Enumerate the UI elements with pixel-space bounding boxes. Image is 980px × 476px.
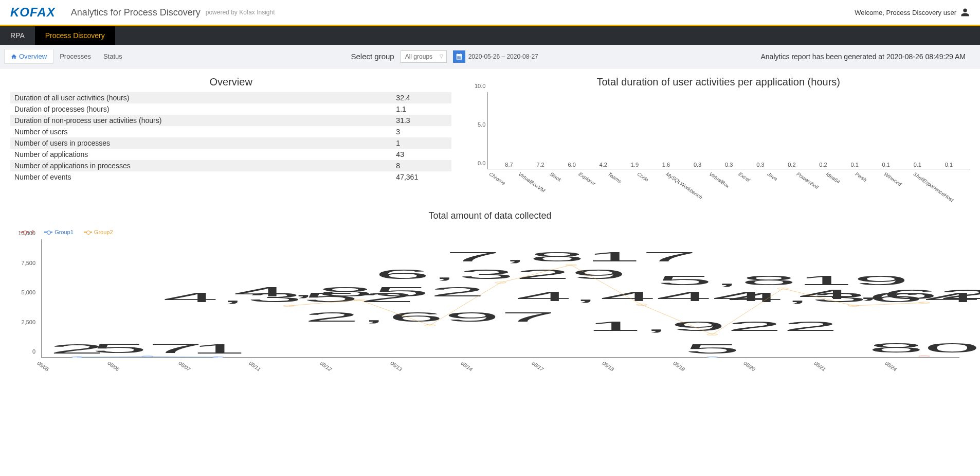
date-picker: 2020-05-26 – 2020-08-27 [453, 50, 538, 63]
overview-row-value: 43 [396, 150, 447, 158]
date-range[interactable]: 2020-05-26 – 2020-08-27 [468, 53, 538, 60]
report-status: Analytics report has been generated at 2… [761, 52, 976, 61]
overview-row-value: 32.4 [396, 94, 447, 102]
legend-series-group2[interactable]: Group2 [84, 229, 113, 235]
line-chart-section: Total amount of data collected 4 Group1 … [10, 210, 970, 378]
overview-row-value: 1 [396, 139, 447, 147]
group-select-value: All groups [405, 53, 432, 60]
overview-table: Duration of all user activities (hours)3… [10, 92, 451, 183]
svg-text:6,329: 6,329 [374, 267, 627, 281]
main-nav: RPA Process Discovery [0, 26, 980, 45]
welcome-text: Welcome, Process Discovery user [855, 8, 970, 17]
overview-row: Number of users3 [10, 126, 451, 137]
chevron-down-icon: ▽ [440, 54, 443, 59]
subtab-processes[interactable]: Processes [53, 49, 97, 64]
nav-rpa[interactable]: RPA [0, 26, 35, 45]
subtab-overview-label: Overview [19, 52, 47, 60]
overview-row: Number of applications43 [10, 149, 451, 160]
bar-column[interactable]: 1.9 [619, 162, 650, 169]
svg-text:1: 1 [190, 342, 246, 356]
calendar-icon [456, 53, 463, 60]
bar-column[interactable]: 7.2 [524, 162, 556, 169]
line-chart-title: Total amount of data collected [10, 210, 970, 221]
bar-column[interactable]: 0.1 [839, 162, 870, 169]
overview-row-label: Number of applications [14, 150, 396, 158]
home-icon [11, 54, 17, 60]
overview-title: Overview [10, 76, 451, 88]
bar-column[interactable]: 4.2 [588, 162, 619, 169]
bar-column[interactable]: 0.3 [713, 162, 745, 169]
content: Overview Duration of all user activities… [0, 68, 980, 386]
overview-row: Number of applications in processes8 [10, 160, 451, 171]
user-icon[interactable] [960, 8, 970, 17]
svg-rect-8 [457, 57, 458, 58]
sub-bar: Overview Processes Status Select group A… [0, 45, 980, 68]
bar-column[interactable]: 8.7 [493, 162, 524, 169]
svg-text:4,852: 4,852 [233, 285, 485, 299]
svg-text:1,922: 1,922 [586, 319, 839, 333]
overview-row-value: 47,361 [396, 173, 447, 181]
bar-column[interactable]: 1.6 [650, 162, 682, 169]
overview-row-label: Number of applications in processes [14, 162, 396, 170]
bar-chart-panel: Total duration of user activities per ap… [467, 76, 970, 195]
overview-row-label: Duration of non-process user activities … [14, 116, 396, 125]
brand-logo: KOFAX [10, 5, 56, 20]
bar-chart[interactable]: 0.05.010.0 8.77.26.04.21.91.60.30.30.30.… [467, 92, 970, 195]
bar-column[interactable]: 0.2 [776, 162, 807, 169]
svg-text:7,817: 7,817 [445, 250, 697, 264]
overview-row: Duration of all user activities (hours)3… [10, 92, 451, 103]
overview-row-label: Number of users [14, 128, 396, 136]
svg-text:5,819: 5,819 [657, 273, 909, 288]
group-select[interactable]: All groups ▽ [401, 50, 447, 63]
svg-text:5: 5 [684, 342, 740, 356]
overview-row-value: 31.3 [396, 116, 447, 125]
line-chart[interactable]: 02,5005,0007,50010,000 80257154,3524,852… [10, 239, 970, 378]
overview-row-label: Number of users in processes [14, 139, 396, 147]
nav-process-discovery[interactable]: Process Discovery [35, 26, 115, 45]
svg-rect-10 [460, 57, 461, 58]
bar-column[interactable]: 0.1 [870, 162, 902, 169]
line-chart-legend: 4 Group1 Group2 [21, 229, 970, 235]
svg-rect-1 [456, 54, 462, 55]
select-group-label: Select group [351, 52, 394, 61]
bar-column[interactable]: 0.2 [807, 162, 839, 169]
overview-row: Number of events47,361 [10, 171, 451, 183]
svg-rect-9 [459, 57, 460, 58]
legend-label-group1: Group1 [55, 229, 74, 235]
welcome-label: Welcome, Process Discovery user [855, 9, 956, 16]
overview-row-label: Number of events [14, 173, 396, 181]
bar-chart-title: Total duration of user activities per ap… [467, 76, 970, 88]
legend-label-group2: Group2 [94, 229, 113, 235]
svg-rect-7 [460, 56, 461, 57]
header: KOFAX Analytics for Process Discovery po… [0, 0, 980, 26]
sub-tabs: Overview Processes Status [4, 49, 129, 64]
svg-point-21 [283, 305, 294, 307]
svg-point-11 [919, 356, 930, 357]
bar-column[interactable]: 0.1 [902, 162, 933, 169]
overview-row: Number of users in processes1 [10, 137, 451, 149]
calendar-button[interactable] [453, 50, 465, 63]
overview-panel: Overview Duration of all user activities… [10, 76, 451, 195]
bar-column[interactable]: 0.3 [682, 162, 713, 169]
overview-row: Duration of non-process user activities … [10, 115, 451, 126]
legend-series-group1[interactable]: Group1 [44, 229, 74, 235]
bar-column[interactable]: 0.1 [933, 162, 965, 169]
overview-row-value: 8 [396, 162, 447, 170]
app-subtitle: powered by Kofax Insight [206, 9, 275, 16]
svg-rect-6 [459, 56, 460, 57]
svg-text:4,620: 4,620 [798, 287, 980, 302]
subtab-status[interactable]: Status [97, 49, 129, 64]
overview-row-value: 3 [396, 128, 447, 136]
svg-text:2,697: 2,697 [304, 310, 556, 325]
subtab-overview[interactable]: Overview [4, 49, 53, 64]
svg-text:80: 80 [868, 341, 980, 355]
overview-row-value: 1.1 [396, 105, 447, 113]
overview-row: Duration of processes (hours)1.1 [10, 103, 451, 115]
overview-row-label: Duration of processes (hours) [14, 105, 396, 113]
bar-column[interactable]: 6.0 [556, 162, 588, 169]
svg-text:57: 57 [92, 341, 204, 356]
app-title: Analytics for Process Discovery [71, 7, 201, 18]
bar-column[interactable]: 0.3 [745, 162, 776, 169]
svg-rect-5 [457, 56, 458, 57]
overview-row-label: Duration of all user activities (hours) [14, 94, 396, 102]
